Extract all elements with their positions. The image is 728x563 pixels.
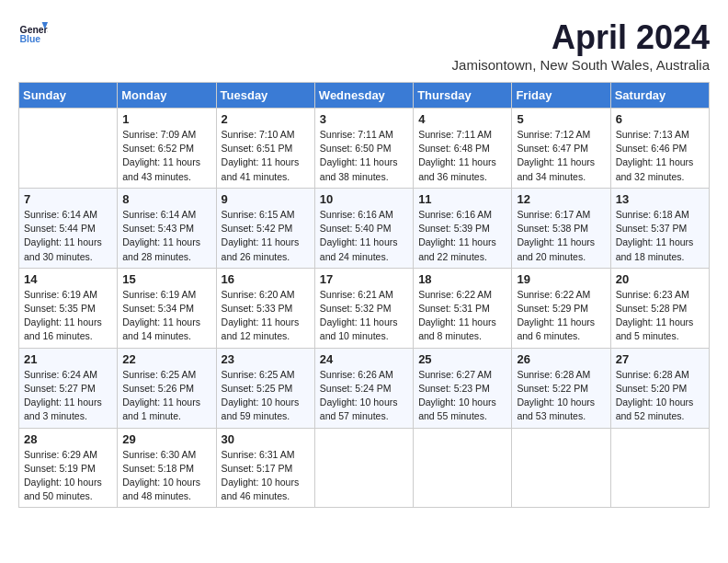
day-number: 30: [222, 432, 310, 446]
calendar-cell: 23Sunrise: 6:25 AM Sunset: 5:25 PM Dayli…: [216, 348, 314, 428]
day-info: Sunrise: 7:11 AM Sunset: 6:48 PM Dayligh…: [418, 128, 506, 184]
day-number: 23: [222, 352, 310, 366]
day-number: 29: [122, 432, 210, 446]
day-number: 1: [122, 112, 210, 126]
day-info: Sunrise: 7:13 AM Sunset: 6:46 PM Dayligh…: [616, 128, 704, 184]
calendar-cell: 17Sunrise: 6:21 AM Sunset: 5:32 PM Dayli…: [314, 268, 413, 348]
logo-icon: General Blue: [18, 18, 48, 48]
calendar-cell: 7Sunrise: 6:14 AM Sunset: 5:44 PM Daylig…: [19, 188, 118, 268]
day-number: 13: [616, 192, 704, 206]
calendar-cell: 25Sunrise: 6:27 AM Sunset: 5:23 PM Dayli…: [414, 348, 512, 428]
calendar-cell: 4Sunrise: 7:11 AM Sunset: 6:48 PM Daylig…: [414, 109, 512, 189]
calendar-cell: 19Sunrise: 6:22 AM Sunset: 5:29 PM Dayli…: [512, 268, 610, 348]
day-number: 4: [418, 112, 506, 126]
logo: General Blue: [18, 18, 48, 48]
day-number: 16: [222, 272, 310, 286]
day-number: 24: [320, 352, 408, 366]
column-header-wednesday: Wednesday: [314, 83, 413, 109]
calendar-week-row: 21Sunrise: 6:24 AM Sunset: 5:27 PM Dayli…: [19, 348, 710, 428]
column-header-sunday: Sunday: [19, 83, 118, 109]
calendar-cell: 15Sunrise: 6:19 AM Sunset: 5:34 PM Dayli…: [118, 268, 216, 348]
day-info: Sunrise: 6:22 AM Sunset: 5:31 PM Dayligh…: [418, 288, 506, 344]
day-number: 5: [517, 112, 605, 126]
day-number: 19: [517, 272, 605, 286]
day-number: 27: [616, 352, 704, 366]
day-info: Sunrise: 6:26 AM Sunset: 5:24 PM Dayligh…: [320, 368, 408, 424]
calendar-week-row: 7Sunrise: 6:14 AM Sunset: 5:44 PM Daylig…: [19, 188, 710, 268]
calendar-cell: 16Sunrise: 6:20 AM Sunset: 5:33 PM Dayli…: [216, 268, 314, 348]
day-number: 18: [418, 272, 506, 286]
day-info: Sunrise: 7:10 AM Sunset: 6:51 PM Dayligh…: [222, 128, 310, 184]
day-info: Sunrise: 6:25 AM Sunset: 5:25 PM Dayligh…: [222, 368, 310, 424]
calendar-cell: 30Sunrise: 6:31 AM Sunset: 5:17 PM Dayli…: [216, 428, 314, 508]
day-info: Sunrise: 6:19 AM Sunset: 5:34 PM Dayligh…: [122, 288, 210, 344]
calendar-cell: 21Sunrise: 6:24 AM Sunset: 5:27 PM Dayli…: [19, 348, 118, 428]
svg-text:General: General: [20, 25, 48, 35]
calendar-cell: [414, 428, 512, 508]
day-info: Sunrise: 6:20 AM Sunset: 5:33 PM Dayligh…: [222, 288, 310, 344]
calendar-cell: 2Sunrise: 7:10 AM Sunset: 6:51 PM Daylig…: [216, 109, 314, 189]
day-number: 17: [320, 272, 408, 286]
calendar-cell: 27Sunrise: 6:28 AM Sunset: 5:20 PM Dayli…: [610, 348, 709, 428]
day-info: Sunrise: 6:30 AM Sunset: 5:18 PM Dayligh…: [122, 448, 210, 504]
day-info: Sunrise: 7:11 AM Sunset: 6:50 PM Dayligh…: [320, 128, 408, 184]
day-info: Sunrise: 6:28 AM Sunset: 5:20 PM Dayligh…: [616, 368, 704, 424]
calendar-cell: [314, 428, 413, 508]
day-number: 28: [24, 432, 112, 446]
day-info: Sunrise: 6:23 AM Sunset: 5:28 PM Dayligh…: [616, 288, 704, 344]
calendar-cell: 24Sunrise: 6:26 AM Sunset: 5:24 PM Dayli…: [314, 348, 413, 428]
calendar-cell: 26Sunrise: 6:28 AM Sunset: 5:22 PM Dayli…: [512, 348, 610, 428]
day-info: Sunrise: 6:27 AM Sunset: 5:23 PM Dayligh…: [418, 368, 506, 424]
calendar-week-row: 1Sunrise: 7:09 AM Sunset: 6:52 PM Daylig…: [19, 109, 710, 189]
day-number: 20: [616, 272, 704, 286]
day-number: 3: [320, 112, 408, 126]
column-header-monday: Monday: [118, 83, 216, 109]
day-number: 15: [122, 272, 210, 286]
calendar-cell: 9Sunrise: 6:15 AM Sunset: 5:42 PM Daylig…: [216, 188, 314, 268]
day-info: Sunrise: 6:18 AM Sunset: 5:37 PM Dayligh…: [616, 208, 704, 264]
day-number: 21: [24, 352, 112, 366]
day-number: 2: [222, 112, 310, 126]
day-number: 12: [517, 192, 605, 206]
calendar-cell: 20Sunrise: 6:23 AM Sunset: 5:28 PM Dayli…: [610, 268, 709, 348]
column-header-thursday: Thursday: [414, 83, 512, 109]
location-title: Jamisontown, New South Wales, Australia: [452, 57, 710, 73]
day-info: Sunrise: 6:16 AM Sunset: 5:40 PM Dayligh…: [320, 208, 408, 264]
day-number: 8: [122, 192, 210, 206]
day-number: 9: [222, 192, 310, 206]
month-title: April 2024: [452, 18, 710, 57]
page-header: General Blue April 2024 Jamisontown, New…: [18, 18, 710, 73]
calendar-cell: [610, 428, 709, 508]
day-info: Sunrise: 7:12 AM Sunset: 6:47 PM Dayligh…: [517, 128, 605, 184]
calendar-cell: 10Sunrise: 6:16 AM Sunset: 5:40 PM Dayli…: [314, 188, 413, 268]
calendar-table: SundayMondayTuesdayWednesdayThursdayFrid…: [18, 82, 710, 508]
day-info: Sunrise: 6:16 AM Sunset: 5:39 PM Dayligh…: [418, 208, 506, 264]
calendar-cell: 14Sunrise: 6:19 AM Sunset: 5:35 PM Dayli…: [19, 268, 118, 348]
calendar-cell: [19, 109, 118, 189]
day-number: 26: [517, 352, 605, 366]
day-number: 14: [24, 272, 112, 286]
calendar-cell: 29Sunrise: 6:30 AM Sunset: 5:18 PM Dayli…: [118, 428, 216, 508]
column-header-friday: Friday: [512, 83, 610, 109]
day-number: 7: [24, 192, 112, 206]
calendar-cell: 1Sunrise: 7:09 AM Sunset: 6:52 PM Daylig…: [118, 109, 216, 189]
day-info: Sunrise: 6:22 AM Sunset: 5:29 PM Dayligh…: [517, 288, 605, 344]
day-info: Sunrise: 6:19 AM Sunset: 5:35 PM Dayligh…: [24, 288, 112, 344]
calendar-header-row: SundayMondayTuesdayWednesdayThursdayFrid…: [19, 83, 710, 109]
calendar-cell: 28Sunrise: 6:29 AM Sunset: 5:19 PM Dayli…: [19, 428, 118, 508]
day-info: Sunrise: 6:25 AM Sunset: 5:26 PM Dayligh…: [122, 368, 210, 424]
calendar-cell: [512, 428, 610, 508]
calendar-week-row: 28Sunrise: 6:29 AM Sunset: 5:19 PM Dayli…: [19, 428, 710, 508]
day-number: 25: [418, 352, 506, 366]
calendar-cell: 18Sunrise: 6:22 AM Sunset: 5:31 PM Dayli…: [414, 268, 512, 348]
day-info: Sunrise: 6:14 AM Sunset: 5:44 PM Dayligh…: [24, 208, 112, 264]
day-info: Sunrise: 6:28 AM Sunset: 5:22 PM Dayligh…: [517, 368, 605, 424]
calendar-cell: 22Sunrise: 6:25 AM Sunset: 5:26 PM Dayli…: [118, 348, 216, 428]
day-number: 11: [418, 192, 506, 206]
day-info: Sunrise: 6:31 AM Sunset: 5:17 PM Dayligh…: [222, 448, 310, 504]
day-info: Sunrise: 6:17 AM Sunset: 5:38 PM Dayligh…: [517, 208, 605, 264]
day-info: Sunrise: 6:29 AM Sunset: 5:19 PM Dayligh…: [24, 448, 112, 504]
calendar-cell: 3Sunrise: 7:11 AM Sunset: 6:50 PM Daylig…: [314, 109, 413, 189]
title-area: April 2024 Jamisontown, New South Wales,…: [452, 18, 710, 73]
day-info: Sunrise: 6:14 AM Sunset: 5:43 PM Dayligh…: [122, 208, 210, 264]
